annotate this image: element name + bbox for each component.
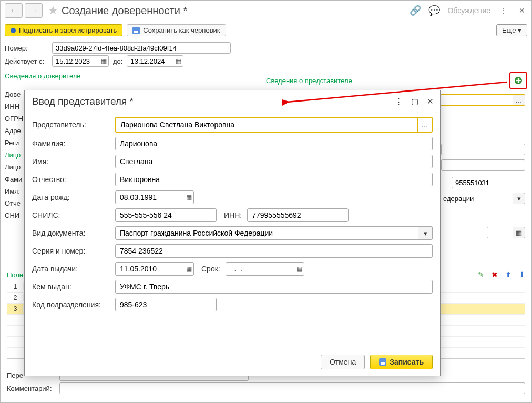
peek-country-dropdown[interactable]: ▾	[513, 193, 525, 204]
edit-icon[interactable]: ✎	[478, 270, 484, 279]
menu-dots-icon[interactable]: ⋮	[498, 5, 509, 16]
issuer-label: Кем выдан:	[32, 283, 115, 291]
code-label: Код подразделения:	[32, 300, 115, 309]
inn-input[interactable]	[247, 208, 349, 222]
disk-icon	[379, 358, 386, 366]
more-button[interactable]: Еще ▾	[496, 24, 527, 36]
valid-to-input[interactable]	[127, 55, 183, 67]
disk-icon	[132, 27, 140, 34]
link-icon[interactable]: 🔗	[410, 5, 421, 16]
nav-forward-button[interactable]: →	[25, 3, 43, 18]
peek-date-input[interactable]	[487, 227, 513, 238]
doc-dropdown-icon[interactable]: ▾	[418, 226, 433, 240]
cancel-button[interactable]: Отмена	[321, 355, 365, 369]
powers-label: Полн	[7, 271, 23, 279]
section-grantor-title: Сведения о доверителе	[5, 72, 266, 89]
plus-icon	[515, 77, 522, 84]
rep-lookup-button[interactable]: …	[417, 118, 432, 132]
save-draft-button[interactable]: Сохранить как черновик	[127, 24, 226, 36]
page-title: Создание доверенности *	[62, 5, 410, 17]
series-input[interactable]	[115, 244, 433, 258]
section-representative-title: Сведения о представителе	[266, 77, 352, 85]
doc-select[interactable]	[115, 226, 418, 240]
series-label: Серия и номер:	[32, 247, 115, 255]
code-input[interactable]	[115, 298, 217, 311]
comment-input[interactable]	[59, 382, 525, 394]
term-label: Срок:	[201, 265, 220, 273]
representative-modal: Ввод представителя * ⋮ ▢ ✕ Представитель…	[24, 90, 441, 376]
term-input[interactable]	[226, 262, 304, 276]
fam-label: Фамилия:	[32, 139, 115, 148]
dob-label: Дата рожд:	[32, 193, 115, 202]
delete-icon[interactable]: ✖	[492, 270, 498, 279]
peek-field-2[interactable]	[441, 159, 525, 171]
name-label: Имя:	[32, 157, 115, 166]
number-label: Номер:	[5, 44, 52, 52]
valid-from-input[interactable]	[52, 55, 109, 67]
draft-label: Сохранить как черновик	[143, 26, 220, 34]
rep-input[interactable]	[116, 118, 417, 132]
fam-input[interactable]	[115, 137, 433, 150]
save-button[interactable]: Записать	[370, 355, 433, 369]
bullet-icon	[11, 28, 16, 33]
valid-from-label: Действует с:	[5, 57, 52, 65]
sign-label: Подписать и зарегистрировать	[19, 26, 117, 34]
modal-title: Ввод представителя *	[32, 96, 386, 107]
peek-country-input[interactable]	[439, 193, 513, 204]
comment-label: Комментарий:	[7, 385, 54, 392]
otch-label: Отчество:	[32, 175, 115, 184]
discuss-label[interactable]: Обсуждение	[447, 6, 490, 15]
move-up-icon[interactable]: ⬆	[505, 270, 511, 279]
peek-field-1[interactable]	[441, 144, 525, 155]
valid-to-label: до:	[113, 57, 122, 65]
peek-rep-lookup-button[interactable]: …	[513, 94, 525, 106]
favorite-star-icon[interactable]: ★	[48, 4, 58, 17]
peek-rep-input[interactable]	[439, 94, 513, 106]
issued-input[interactable]	[115, 262, 194, 276]
inn-label: ИНН:	[224, 211, 242, 219]
move-down-icon[interactable]: ⬇	[519, 270, 525, 279]
rep-label: Представитель:	[32, 120, 115, 129]
modal-menu-icon[interactable]: ⋮	[395, 97, 403, 106]
peek-date-calendar-icon[interactable]: ▦	[513, 227, 525, 238]
modal-maximize-icon[interactable]: ▢	[411, 97, 418, 106]
peek-phone-input[interactable]	[452, 177, 525, 188]
snils-label: СНИЛС:	[32, 211, 115, 219]
otch-input[interactable]	[115, 173, 433, 186]
issuer-input[interactable]	[115, 280, 433, 294]
close-window-icon[interactable]: ✕	[517, 5, 527, 16]
name-input[interactable]	[115, 155, 433, 168]
add-representative-button[interactable]	[509, 72, 527, 89]
number-input[interactable]	[52, 42, 231, 54]
modal-close-icon[interactable]: ✕	[427, 97, 434, 106]
doc-label: Вид документа:	[32, 229, 115, 237]
chat-icon[interactable]: 💬	[428, 5, 440, 16]
dob-input[interactable]	[115, 190, 194, 204]
issued-label: Дата выдачи:	[32, 265, 115, 273]
sign-register-button[interactable]: Подписать и зарегистрировать	[5, 24, 122, 36]
nav-back-button[interactable]: ←	[5, 3, 23, 18]
snils-input[interactable]	[115, 208, 217, 222]
